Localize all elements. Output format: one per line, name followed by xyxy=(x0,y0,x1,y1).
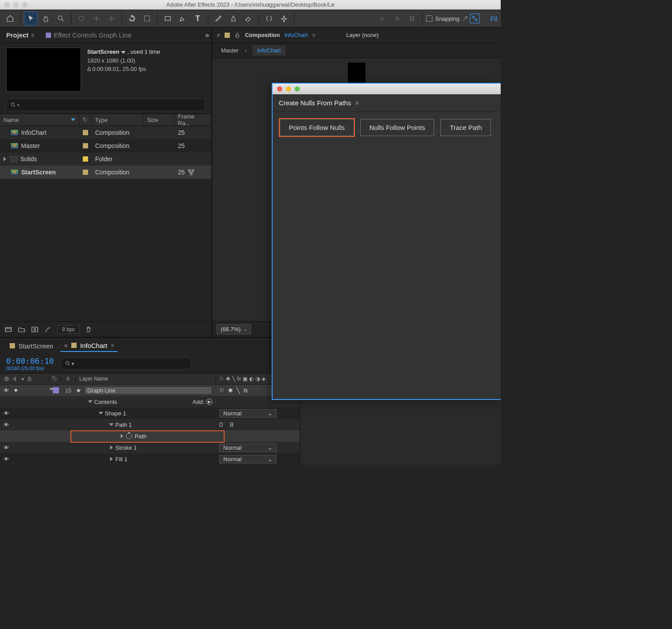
path-close-icon[interactable] xyxy=(230,422,237,427)
bit-depth-toggle[interactable]: 8 bpc xyxy=(57,325,80,334)
pen-tool-icon[interactable] xyxy=(176,12,189,25)
twirl-icon[interactable] xyxy=(109,423,114,426)
roto-tool-icon[interactable] xyxy=(262,12,276,25)
close-tab-icon[interactable]: × xyxy=(217,32,220,39)
svg-point-7 xyxy=(84,118,85,119)
timeline-search-input[interactable]: ▾ xyxy=(60,357,192,370)
panel-titlebar[interactable] xyxy=(273,84,501,94)
project-item-solids[interactable]: SolidsFolder xyxy=(0,152,211,166)
frame-display[interactable]: 00160 (25.00 fps) xyxy=(6,366,54,371)
project-item-startscreen[interactable]: StartScreenComposition25 xyxy=(0,166,211,179)
layer-graph-line[interactable]: 👁 15 ★Graph Line ⚐✱╲fx xyxy=(0,385,299,396)
path-open-icon[interactable] xyxy=(219,422,226,427)
puppet-tool-icon[interactable] xyxy=(277,12,291,25)
traffic-light-close[interactable] xyxy=(4,2,10,7)
orbit-tool-icon[interactable] xyxy=(75,12,88,25)
rectangle-tool-icon[interactable] xyxy=(161,12,174,25)
trash-icon[interactable] xyxy=(85,326,92,333)
eye-icon[interactable]: 👁 xyxy=(4,410,9,417)
3d-axis-icon[interactable] xyxy=(376,12,389,25)
3d-gizmo-icon[interactable] xyxy=(391,12,404,25)
hand-tool-icon[interactable] xyxy=(39,12,52,25)
dropdown-icon[interactable] xyxy=(121,51,126,54)
panel-menu-icon[interactable]: ≡ xyxy=(355,100,358,106)
traffic-light-zoom[interactable] xyxy=(295,86,300,92)
nulls-follow-points-button[interactable]: Nulls Follow Points xyxy=(360,119,435,136)
timeline-tab-startscreen[interactable]: StartScreen xyxy=(6,340,57,352)
selection-tool-icon[interactable] xyxy=(24,12,37,25)
zoom-dropdown[interactable]: (66.7%)⌄ xyxy=(217,324,251,334)
flowchart-icon[interactable] xyxy=(188,169,195,176)
project-item-master[interactable]: MasterComposition25 xyxy=(0,139,211,152)
label-color-icon[interactable] xyxy=(83,143,88,148)
twirl-icon[interactable] xyxy=(99,412,103,414)
expand-icon[interactable] xyxy=(4,157,6,161)
layer-color-icon[interactable] xyxy=(53,387,59,393)
layer-prop-shape1[interactable]: 👁 Shape 1 Normal⌄ xyxy=(0,407,299,419)
blend-mode-dropdown[interactable]: Normal⌄ xyxy=(219,409,277,418)
project-search-input[interactable]: ▾ xyxy=(6,99,205,111)
twirl-icon[interactable] xyxy=(88,400,92,403)
label-color-icon[interactable] xyxy=(83,130,88,135)
twirl-icon[interactable] xyxy=(121,434,123,438)
home-icon[interactable] xyxy=(4,12,17,25)
blend-mode-dropdown[interactable]: Normal⌄ xyxy=(219,444,277,452)
eye-icon[interactable]: 👁 xyxy=(4,422,9,428)
mask-tool-icon[interactable] xyxy=(140,12,154,25)
eye-icon[interactable]: 👁 xyxy=(4,456,9,462)
timeline-tab-infochart[interactable]: ×InfoChart ≡ xyxy=(60,340,117,352)
breadcrumb-infochart[interactable]: InfoChart xyxy=(253,45,285,56)
blend-mode-dropdown[interactable]: Normal⌄ xyxy=(219,455,277,463)
snapping-toggle[interactable]: Snapping xyxy=(426,15,468,22)
snap-to-point-icon[interactable] xyxy=(470,14,480,23)
layer-prop-path[interactable]: Path xyxy=(0,430,299,442)
comp-thumbnail[interactable] xyxy=(6,48,81,92)
twirl-icon[interactable] xyxy=(110,445,113,450)
anchor-tool-icon[interactable] xyxy=(105,12,118,25)
layer-prop-contents[interactable]: ContentsAdd: ▶ xyxy=(0,396,299,407)
rotate-tool-icon[interactable] xyxy=(126,12,139,25)
workspace-link[interactable]: Fil xyxy=(490,15,497,22)
brush-tool-icon[interactable] xyxy=(212,12,225,25)
timecode-display[interactable]: 0:00:06:10 xyxy=(6,356,54,366)
trace-path-button[interactable]: Trace Path xyxy=(440,119,491,136)
panel-expand-icon[interactable]: » xyxy=(205,31,208,39)
solo-dot-icon[interactable] xyxy=(15,389,17,392)
project-column-headers[interactable]: Name Type Size Frame Ra... xyxy=(0,114,211,126)
3d-grid-icon[interactable] xyxy=(406,12,419,25)
text-tool-icon[interactable]: T xyxy=(191,12,204,25)
label-color-icon[interactable] xyxy=(83,156,88,162)
layer-twirl-icon[interactable] xyxy=(49,388,54,391)
traffic-light-minimize[interactable] xyxy=(286,86,291,92)
timeline-column-headers[interactable]: ● # Layer Name ⚐ ✱ ╲ fx ▣ ◐ ◑ ◈ xyxy=(0,373,299,385)
points-follow-nulls-button[interactable]: Points Follow Nulls xyxy=(280,119,354,136)
clone-tool-icon[interactable] xyxy=(227,12,240,25)
pan-behind-tool-icon[interactable] xyxy=(90,12,103,25)
snapping-checkbox-icon[interactable] xyxy=(426,15,432,22)
add-button-icon[interactable]: ▶ xyxy=(206,399,212,405)
eye-icon[interactable]: 👁 xyxy=(4,444,9,451)
traffic-light-close[interactable] xyxy=(277,86,282,92)
traffic-light-minimize[interactable] xyxy=(13,2,18,7)
layer-prop-fill1[interactable]: 👁 Fill 1 Normal⌄ xyxy=(0,453,299,465)
composition-name[interactable]: InfoChart xyxy=(284,32,308,38)
lock-icon[interactable] xyxy=(234,32,240,38)
eraser-tool-icon[interactable] xyxy=(242,12,255,25)
traffic-light-zoom[interactable] xyxy=(22,2,27,7)
stopwatch-icon[interactable] xyxy=(126,433,132,439)
new-folder-icon[interactable] xyxy=(18,326,26,333)
twirl-icon[interactable] xyxy=(110,457,113,461)
layer-name[interactable]: Graph Line xyxy=(84,386,212,395)
layer-prop-stroke1[interactable]: 👁 Stroke 1 Normal⌄ xyxy=(0,442,299,453)
label-color-icon[interactable] xyxy=(83,170,88,175)
breadcrumb-master[interactable]: Master xyxy=(221,47,239,54)
interpret-footage-icon[interactable] xyxy=(4,326,12,333)
new-comp-icon[interactable] xyxy=(31,326,39,333)
effect-controls-tab[interactable]: Effect Controls Graph Line xyxy=(43,30,134,41)
zoom-tool-icon[interactable] xyxy=(54,12,67,25)
layer-prop-path1[interactable]: 👁 Path 1 xyxy=(0,419,299,430)
eye-icon[interactable]: 👁 xyxy=(4,387,9,394)
project-tab[interactable]: Project ≡ xyxy=(4,30,37,41)
project-settings-icon[interactable] xyxy=(44,326,52,333)
project-item-infochart[interactable]: InfoChartComposition25 xyxy=(0,126,211,139)
